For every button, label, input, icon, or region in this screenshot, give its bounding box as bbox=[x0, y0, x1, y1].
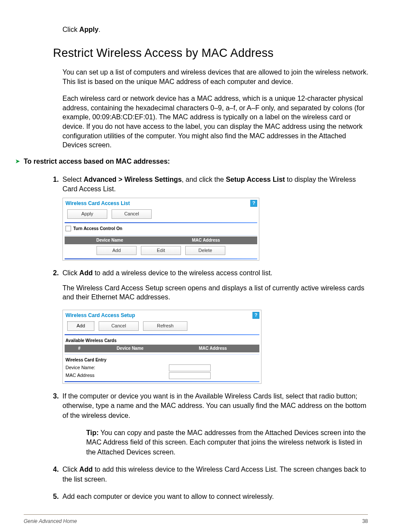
available-wireless-cards-label: Available Wireless Cards bbox=[63, 336, 261, 345]
step7-click: Click bbox=[62, 26, 79, 33]
step-2: 2.Click Add to add a wireless device to … bbox=[62, 268, 372, 384]
device-name-input[interactable] bbox=[169, 364, 211, 371]
step-5: 5.Add each computer or device you want t… bbox=[62, 492, 372, 501]
table-header: # Device Name MAC Address bbox=[65, 345, 259, 352]
add-button[interactable]: Add bbox=[97, 246, 137, 255]
panel-title: Wireless Card Access List bbox=[65, 200, 130, 207]
wireless-card-access-setup-panel: Wireless Card Access Setup ? Add Cancel … bbox=[62, 310, 262, 384]
edit-button[interactable]: Edit bbox=[141, 246, 181, 255]
cancel-button[interactable]: Cancel bbox=[99, 321, 139, 330]
mac-address-label: MAC Address bbox=[65, 372, 169, 379]
wireless-card-entry-label: Wireless Card Entry bbox=[63, 355, 261, 364]
panel-title: Wireless Card Access Setup bbox=[65, 312, 135, 319]
col-hash: # bbox=[65, 345, 94, 352]
col-mac-address: MAC Address bbox=[155, 236, 257, 244]
procedure-arrow-icon: ➤ bbox=[15, 158, 20, 165]
divider bbox=[65, 222, 257, 223]
help-icon[interactable]: ? bbox=[252, 312, 259, 319]
col-mac-address: MAC Address bbox=[166, 345, 259, 352]
col-device-name: Device Name bbox=[65, 236, 155, 244]
step7-apply: Apply bbox=[79, 26, 98, 33]
help-icon[interactable]: ? bbox=[250, 200, 257, 207]
tip-label: Tip: bbox=[86, 429, 99, 436]
section-heading: Restrict Wireless Access by MAC Address bbox=[53, 47, 372, 60]
intro-paragraph-2: Each wireless card or network device has… bbox=[62, 94, 372, 150]
footer-page-number: 38 bbox=[362, 518, 368, 524]
delete-button[interactable]: Delete bbox=[185, 246, 225, 255]
table-header: Device Name MAC Address bbox=[65, 236, 257, 244]
step-4: 4.Click Add to add this wireless device … bbox=[62, 465, 372, 484]
add-button[interactable]: Add bbox=[67, 321, 94, 330]
turn-access-control-on-checkbox[interactable] bbox=[65, 226, 71, 231]
cancel-button[interactable]: Cancel bbox=[112, 209, 152, 218]
step-7: 7. Click Apply. bbox=[62, 26, 372, 34]
procedure-heading: To restrict access based on MAC addresse… bbox=[24, 158, 170, 165]
footer-chapter: Genie Advanced Home bbox=[24, 518, 77, 524]
page-footer: Genie Advanced Home 38 bbox=[24, 514, 368, 524]
step-3: 3.If the computer or device you want is … bbox=[62, 392, 372, 457]
mac-address-input[interactable] bbox=[169, 372, 211, 379]
step-1: 1.Select Advanced > Wireless Settings, a… bbox=[62, 175, 372, 261]
tip-text: You can copy and paste the MAC addresses… bbox=[86, 429, 366, 456]
turn-access-control-on-label: Turn Access Control On bbox=[73, 226, 122, 232]
intro-paragraph-1: You can set up a list of computers and w… bbox=[62, 68, 372, 86]
col-device-name: Device Name bbox=[94, 345, 166, 352]
device-name-label: Device Name: bbox=[65, 364, 169, 371]
refresh-button[interactable]: Refresh bbox=[143, 321, 187, 330]
wireless-card-access-list-panel: Wireless Card Access List ? Apply Cancel… bbox=[62, 198, 259, 261]
apply-button[interactable]: Apply bbox=[67, 209, 107, 218]
